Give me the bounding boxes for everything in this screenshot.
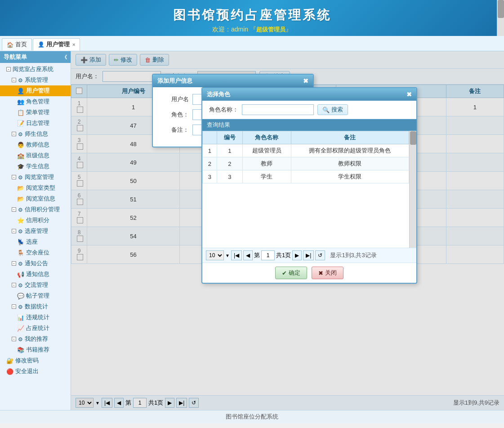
sidebar-item-notice-info[interactable]: 📢 通知信息: [0, 269, 71, 280]
role-search-button[interactable]: 🔍 搜索: [317, 104, 348, 115]
sidebar-item-label: 安全退出: [15, 367, 39, 375]
role-dialog-header: 选择角色 ✖: [202, 88, 416, 101]
sidebar-collapse-btn[interactable]: 《: [62, 54, 67, 61]
tabbar: 首页 用户管理 ×: [0, 36, 504, 51]
sidebar-item-label: 用户管理: [26, 87, 49, 95]
credit-icon: ⭐: [17, 217, 24, 224]
room-icon: 📂: [17, 196, 24, 202]
sidebar-item-teacher-detail[interactable]: 👨 教师信息: [0, 139, 71, 150]
gear-icon: [18, 303, 23, 310]
user-mgmt-icon: [38, 41, 45, 48]
add-user-close-btn[interactable]: ✖: [303, 77, 308, 85]
header-scrollbar[interactable]: [497, 0, 504, 36]
role-col-note: 备注: [291, 131, 409, 144]
role-total-pages: 共1页: [276, 251, 291, 259]
expand-icon: -: [12, 261, 16, 266]
role-refresh-btn[interactable]: ↺: [315, 250, 325, 260]
confirm-label: 确定: [289, 269, 300, 277]
sidebar-item-role-mgmt[interactable]: 👥 角色管理: [0, 96, 71, 107]
sidebar-item-label: 修改密码: [15, 357, 39, 365]
sidebar-item-seat-mgmt[interactable]: - 选座管理: [0, 226, 71, 236]
sidebar-item-notice-mgmt[interactable]: - 通知公告: [0, 258, 71, 269]
role-row-id: 3: [217, 170, 242, 183]
tab-user-mgmt[interactable]: 用户管理 ×: [33, 38, 80, 51]
role-page-number-input[interactable]: [261, 250, 275, 260]
sidebar-item-change-pwd[interactable]: 🔐 修改密码: [0, 355, 71, 366]
sidebar-item-log-mgmt[interactable]: 📝 日志管理: [0, 118, 71, 129]
role-col-name: 角色名称: [242, 131, 291, 144]
sidebar-item-label: 阅览室占座系统: [13, 65, 54, 73]
log-icon: 📝: [17, 120, 24, 127]
role-first-page-btn[interactable]: |◀: [231, 250, 242, 260]
welcome-text: 欢迎：admin 『超级管理员』: [0, 26, 504, 34]
sidebar-item-permission-mgmt[interactable]: 📋 荣单管理: [0, 107, 71, 118]
footer-text: 图书馆座位分配系统: [226, 413, 278, 420]
sidebar-item-label: 荣单管理: [26, 108, 49, 116]
sidebar-item-label: 阅览室信息: [26, 195, 55, 203]
exit-icon: 🔴: [6, 368, 13, 375]
sidebar-item-student-info[interactable]: 🎓 学生信息: [0, 161, 71, 172]
form-note-label: 备注：: [162, 126, 189, 134]
sidebar-item-teacher-info[interactable]: - 师生信息: [0, 129, 71, 139]
sidebar-item-user-mgmt[interactable]: 👤 用户管理: [0, 85, 71, 96]
role-search-input[interactable]: [242, 104, 314, 115]
role-dialog-scrollbar[interactable]: [409, 131, 416, 248]
sidebar-item-data-stats[interactable]: - 数据统计: [0, 301, 71, 312]
role-close-btn[interactable]: ✖ 关闭: [312, 267, 343, 279]
sidebar-item-credit-score[interactable]: ⭐ 信用积分: [0, 215, 71, 226]
sidebar-item-post-mgmt[interactable]: 💬 帖子管理: [0, 290, 71, 301]
expand-icon: -: [12, 78, 16, 82]
query-result-label: 查询结果: [202, 119, 416, 131]
role-table-row[interactable]: 3 3 学生 学生权限: [203, 170, 409, 183]
sidebar-item-label: 日志管理: [26, 119, 49, 127]
role-confirm-btn[interactable]: ✔ 确定: [275, 267, 307, 279]
expand-icon: -: [12, 175, 16, 179]
role-dialog-close-x[interactable]: ✖: [406, 91, 412, 98]
role-prev-page-btn[interactable]: ◀: [243, 250, 253, 260]
gear-icon: [18, 228, 23, 235]
sidebar-item-reading-system[interactable]: - 阅览室占座系统: [0, 64, 71, 75]
sidebar-item-my-rec[interactable]: - 我的推荐: [0, 334, 71, 344]
confirm-icon: ✔: [282, 270, 287, 276]
sidebar-header: 导航菜单 《: [0, 51, 71, 63]
role-row-id: 2: [217, 157, 242, 170]
post-icon: 💬: [17, 293, 24, 299]
sidebar-item-system-mgmt[interactable]: - 系统管理: [0, 75, 71, 85]
class-icon: 🏫: [17, 152, 24, 159]
sidebar-item-safe-exit[interactable]: 🔴 安全退出: [0, 366, 71, 377]
sidebar-item-label: 我的推荐: [25, 335, 48, 343]
sidebar-item-empty-seat[interactable]: 🪑 空余座位: [0, 247, 71, 258]
content-area: 添加 ✏ 修改 🗑 删除 用户名： 用户角色： -----全部------ 超级…: [71, 51, 504, 410]
role-next-page-btn[interactable]: ▶: [292, 250, 302, 260]
sidebar-item-seat-stats[interactable]: 📈 占座统计: [0, 323, 71, 334]
sidebar-item-reading-mgmt[interactable]: - 阅览室管理: [0, 172, 71, 183]
role-table-row[interactable]: 2 2 教师 教师权限: [203, 157, 409, 170]
sidebar-item-label: 空余座位: [26, 249, 49, 257]
role-search-bar: 角色名称： 🔍 搜索: [202, 101, 416, 119]
tab-user-mgmt-label: 用户管理: [46, 40, 70, 49]
tab-user-mgmt-close[interactable]: ×: [72, 42, 75, 47]
seat-stats-icon: 📈: [17, 325, 24, 332]
role-table-container: 编号 角色名称 备注 1 1 超级管理员 拥有全部权限的超级管理员角色 2 2 …: [202, 131, 409, 248]
sidebar-item-reading-room[interactable]: 📂 阅览室信息: [0, 193, 71, 204]
sidebar-item-label: 角色管理: [26, 98, 49, 106]
role-table-row[interactable]: 1 1 超级管理员 拥有全部权限的超级管理员角色: [203, 144, 409, 157]
tab-home[interactable]: 首页: [2, 38, 32, 50]
role-row-num: 3: [203, 170, 217, 183]
role-page-size-select[interactable]: 10: [206, 250, 224, 260]
sidebar-item-exchange-mgmt[interactable]: - 交流管理: [0, 280, 71, 290]
gear-icon: [18, 206, 23, 213]
sidebar-item-violation-stats[interactable]: 📊 违规统计: [0, 312, 71, 323]
sidebar-item-label: 阅览室管理: [25, 173, 54, 181]
sidebar-item-select-seat[interactable]: 💺 选座: [0, 236, 71, 247]
sidebar-item-reading-type[interactable]: 📂 阅览室类型: [0, 183, 71, 193]
role-icon: 👥: [17, 98, 24, 105]
role-last-page-btn[interactable]: ▶|: [303, 250, 314, 260]
sidebar-item-class-info[interactable]: 🏫 班级信息: [0, 150, 71, 161]
sidebar-item-book-rec[interactable]: 📚 书籍推荐: [0, 344, 71, 355]
role-search-icon: 🔍: [322, 107, 330, 113]
sidebar-item-credit-mgmt[interactable]: - 信用积分管理: [0, 204, 71, 215]
role-row-id: 1: [217, 144, 242, 157]
empty-seat-icon: 🪑: [17, 250, 24, 256]
role-dialog-title: 选择角色: [207, 90, 230, 98]
